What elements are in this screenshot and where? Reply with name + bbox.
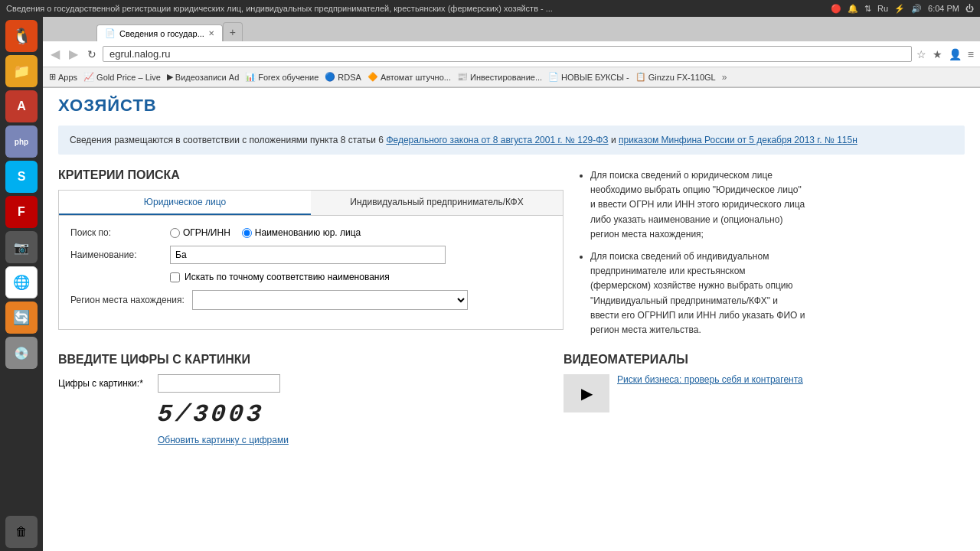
bookmark-rdsa[interactable]: 🔵 RDSA — [325, 72, 361, 82]
tab-close-button[interactable]: ✕ — [208, 29, 214, 37]
form-body: Поиск по: ОГРН/ИНН Наименованию юр. лица — [58, 216, 564, 330]
back-button[interactable]: ◀ — [47, 45, 63, 63]
bookmark-ginzzu[interactable]: 📋 Ginzzu FX-110GL — [635, 72, 716, 82]
bookmarks-bar: ⊞ Apps 📈 Gold Price – Live ▶ Видеозаписи… — [43, 67, 980, 87]
video-item: ▶ Риски бизнеса: проверь себя и контраге… — [564, 374, 965, 412]
dock-item-trash[interactable]: 🗑 — [5, 516, 38, 548]
apps-grid-icon: ⊞ — [49, 72, 56, 82]
bookmark-invest-label: Инвестирование... — [470, 73, 542, 82]
captcha-refresh-link[interactable]: Обновить картинку с цифрами — [158, 435, 548, 445]
bookmark-gold[interactable]: 📈 Gold Price – Live — [83, 72, 161, 82]
radio-ogrn-inn[interactable]: ОГРН/ИНН — [170, 227, 230, 238]
captcha-text: 5/3003 — [156, 400, 265, 429]
tab-label: Сведения о государ... — [119, 29, 204, 38]
tab-legal-entity[interactable]: Юридическое лицо — [59, 191, 311, 215]
menu-icon[interactable]: ≡ — [966, 47, 975, 62]
federal-law-link[interactable]: Федерального закона от 8 августа 2001 г.… — [386, 135, 608, 145]
exact-match-row: Искать по точному соответствию наименова… — [170, 272, 551, 282]
bookmark-forex-label: Forex обучение — [258, 73, 318, 82]
page-content: ХОЗЯЙСТВ Сведения размещаются в соответс… — [43, 88, 980, 445]
profile-icon[interactable]: 👤 — [947, 47, 963, 62]
bookmark-gold-label: Gold Price – Live — [96, 73, 161, 82]
ginzzu-icon: 📋 — [635, 72, 646, 82]
window-title: Сведения о государственной регистрации ю… — [6, 4, 831, 13]
time-display: 6:04 PM — [928, 4, 959, 13]
tab-favicon: 📄 — [105, 28, 116, 38]
title-bar-right: 🔴 🔔 ⇅ Ru ⚡ 🔊 6:04 PM ⏻ — [831, 4, 974, 14]
form-tabs: Юридическое лицо Индивидуальный предприн… — [58, 190, 564, 216]
tab-individual[interactable]: Индивидуальный предприниматель/КФХ — [311, 191, 563, 215]
video-title: ВИДЕОМАТЕРИАЛЫ — [564, 353, 965, 367]
power-icon: ⏻ — [965, 4, 974, 13]
radio-name[interactable]: Наименованию юр. лица — [242, 227, 361, 238]
nav-bar: ◀ ▶ ↻ ☆ ★ 👤 ≡ — [43, 41, 980, 67]
bookmark-buxy[interactable]: 📄 НОВЫЕ БУКСЫ - — [548, 72, 629, 82]
page-title: ХОЗЯЙСТВ — [58, 96, 965, 116]
forward-button[interactable]: ▶ — [66, 45, 81, 63]
dock-item-chrome[interactable]: 🌐 — [5, 266, 38, 298]
gold-icon: 📈 — [83, 72, 94, 82]
bookmark-video-label: Видеозаписи Аd — [175, 73, 239, 82]
name-row: Наименование: — [70, 246, 551, 264]
video-icon: ▶ — [167, 72, 173, 82]
avto-icon: 🔶 — [368, 72, 378, 82]
radio-name-input[interactable] — [242, 228, 252, 238]
info-list-item-1: Для поиска сведений о юридическом лице н… — [590, 168, 808, 242]
captcha-image-area: 5/3003 — [158, 400, 548, 429]
refresh-button[interactable]: ↻ — [84, 47, 100, 62]
invest-icon: 📰 — [457, 72, 468, 82]
dock-item-filezilla[interactable]: F — [5, 196, 38, 228]
rdsa-icon: 🔵 — [325, 72, 335, 82]
bookmark-ginzzu-label: Ginzzu FX-110GL — [648, 73, 716, 82]
info-link-sep: и — [611, 135, 619, 145]
main-content-area: ХОЗЯЙСТВ Сведения размещаются в соответс… — [43, 88, 980, 551]
active-tab[interactable]: 📄 Сведения о государ... ✕ — [96, 24, 223, 41]
captcha-input-row: Цифры с картинки:* — [58, 374, 548, 393]
bookmark-avto[interactable]: 🔶 Автомат штучно... — [368, 72, 451, 82]
captcha-label: Цифры с картинки:* — [58, 378, 150, 389]
minfin-link[interactable]: приказом Минфина России от 5 декабря 201… — [619, 135, 858, 145]
dock-item-cd[interactable]: 💿 — [5, 337, 38, 369]
dock-item-camera[interactable]: 📷 — [5, 231, 38, 263]
name-input[interactable] — [170, 246, 446, 264]
search-by-label: Поиск по: — [70, 227, 162, 238]
video-thumbnail: ▶ — [564, 374, 609, 412]
radio-ogrn-inn-input[interactable] — [170, 228, 180, 238]
video-section: ВИДЕОМАТЕРИАЛЫ ▶ Риски бизнеса: проверь … — [564, 353, 965, 445]
network-icon: 🔴 — [831, 4, 841, 14]
dock-item-php[interactable]: php — [5, 126, 38, 158]
dock-item-update[interactable]: 🔄 — [5, 302, 38, 334]
dock-item-adb[interactable]: A — [5, 90, 38, 122]
bookmark-video[interactable]: ▶ Видеозаписи Аd — [167, 72, 239, 82]
dock-item-skype[interactable]: S — [5, 161, 38, 193]
dock-item-ubuntu[interactable]: 🐧 — [5, 20, 38, 52]
new-tab-button[interactable]: + — [223, 22, 243, 41]
region-row: Регион места нахождения: — [70, 290, 551, 310]
bookmark-apps[interactable]: ⊞ Apps — [49, 72, 77, 82]
sort-icon: ⇅ — [864, 4, 871, 14]
ru-lang-icon: Ru — [877, 4, 888, 13]
dock-item-files[interactable]: 📁 — [5, 55, 38, 87]
captcha-section: ВВЕДИТЕ ЦИФРЫ С КАРТИНКИ Цифры с картинк… — [58, 353, 548, 445]
exact-match-checkbox[interactable] — [170, 272, 180, 282]
bookmark-star-icon[interactable]: ☆ — [915, 47, 928, 62]
bookmark-invest[interactable]: 📰 Инвестирование... — [457, 72, 542, 82]
video-link[interactable]: Риски бизнеса: проверь себя и контрагент… — [617, 374, 803, 385]
star-icon[interactable]: ★ — [931, 47, 944, 62]
bookmark-rdsa-label: RDSA — [338, 73, 361, 82]
app-dock: 🐧 📁 A php S F 📷 🌐 🔄 💿 🗑 — [0, 17, 43, 551]
title-bar: Сведения о государственной регистрации ю… — [0, 0, 980, 17]
page-header: ХОЗЯЙСТВ — [43, 88, 980, 119]
search-by-radio-group: ОГРН/ИНН Наименованию юр. лица — [170, 227, 361, 238]
bluetooth-icon: ⚡ — [894, 4, 905, 14]
region-select[interactable] — [192, 290, 468, 310]
address-bar[interactable] — [103, 46, 912, 62]
captcha-input[interactable] — [158, 374, 280, 393]
captcha-title: ВВЕДИТЕ ЦИФРЫ С КАРТИНКИ — [58, 353, 548, 367]
bookmarks-more-button[interactable]: » — [722, 72, 727, 83]
search-by-row: Поиск по: ОГРН/ИНН Наименованию юр. лица — [70, 227, 551, 238]
bookmark-forex[interactable]: 📊 Forex обучение — [245, 72, 318, 82]
bottom-section: ВВЕДИТЕ ЦИФРЫ С КАРТИНКИ Цифры с картинк… — [43, 353, 980, 445]
info-list: Для поиска сведений о юридическом лице н… — [579, 168, 808, 337]
exact-match-label: Искать по точному соответствию наименова… — [185, 272, 390, 282]
